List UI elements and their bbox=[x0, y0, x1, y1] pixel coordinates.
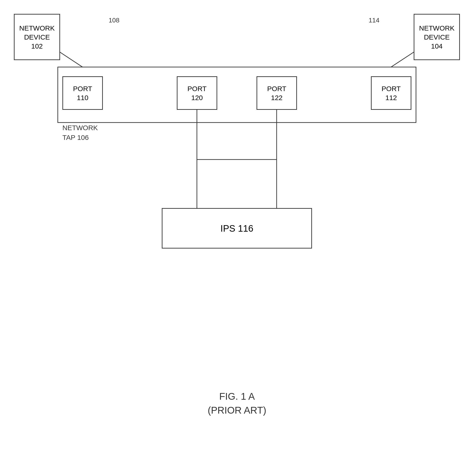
port-112: PORT 112 bbox=[371, 76, 411, 110]
network-device-102: NETWORK DEVICE 102 bbox=[14, 14, 60, 60]
network-device-104: NETWORK DEVICE 104 bbox=[414, 14, 460, 60]
port-110: PORT 110 bbox=[62, 76, 103, 110]
figure-caption: FIG. 1 A (PRIOR ART) bbox=[0, 391, 474, 416]
port-120: PORT 120 bbox=[177, 76, 217, 110]
svg-rect-0 bbox=[58, 67, 416, 122]
diagram-container: NETWORK DEVICE 102 NETWORK DEVICE 104 10… bbox=[0, 0, 474, 476]
label-114: 114 bbox=[369, 17, 379, 24]
network-tap-label: NETWORK TAP 106 bbox=[62, 113, 98, 142]
ips-116: IPS 116 bbox=[162, 208, 312, 249]
label-108: 108 bbox=[109, 17, 119, 24]
port-122: PORT 122 bbox=[256, 76, 297, 110]
fig-subtitle: (PRIOR ART) bbox=[0, 405, 474, 416]
fig-title: FIG. 1 A bbox=[0, 391, 474, 402]
